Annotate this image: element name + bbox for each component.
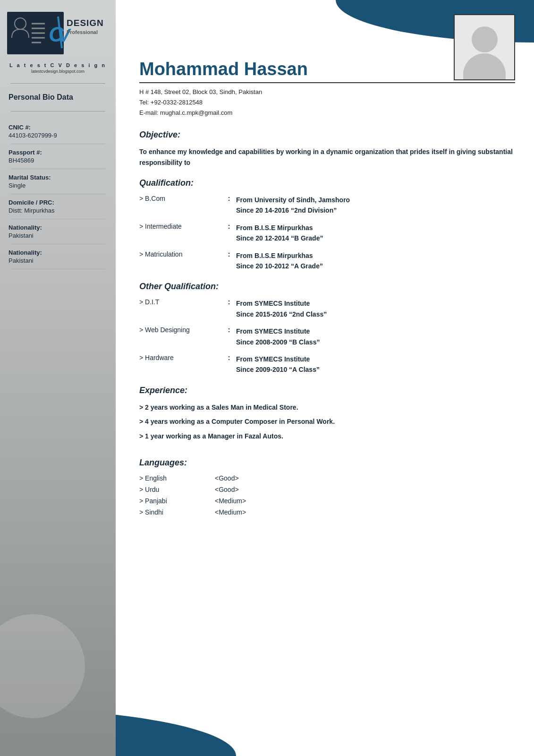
lang-row-sindhi: > Sindhi <Medium> — [139, 508, 515, 516]
qual-row-bcom: > B.Com : From University of Sindh, Jams… — [139, 195, 515, 216]
photo-box — [454, 14, 515, 80]
qual-colon-matriculation: : — [222, 250, 236, 272]
other-qual-detail-web: From SYMECS Institute Since 2008-2009 “B… — [236, 326, 515, 347]
sidebar-nationality2-value: Pakistani — [0, 257, 116, 267]
telephone: Tel: +92-0332-2812548 — [139, 97, 515, 108]
other-qual-detail-hardware: From SYMECS Institute Since 2009-2010 “A… — [236, 354, 515, 375]
sidebar-marital-label: Marital Status: — [0, 171, 116, 182]
lang-panjabi-level: <Medium> — [215, 497, 246, 505]
sidebar-cnic-label: CNIC #: — [0, 121, 116, 132]
sidebar-passport-value: BH45869 — [0, 157, 116, 167]
avatar-body — [463, 53, 506, 79]
sidebar-passport-label: Passport #: — [0, 146, 116, 157]
svg-text:DESIGN: DESIGN — [67, 18, 104, 28]
qualification-title: Qualification: — [139, 178, 515, 188]
logo-container: C V DESIGN Professional L a t e s t C V … — [7, 9, 109, 74]
other-qual-row-dit: > D.I.T : From SYMECS Institute Since 20… — [139, 298, 515, 319]
qual-degree-bcom: > B.Com — [139, 195, 222, 216]
lang-sindhi-name: > Sindhi — [139, 508, 186, 516]
experience-item-2: > 4 years working as a Computer Composer… — [139, 416, 515, 427]
other-qual-title: Other Qualification: — [139, 282, 515, 292]
sidebar-cnic-value: 44103-6207999-9 — [0, 132, 116, 142]
other-qual-colon-hardware: : — [222, 354, 236, 375]
objective-title: Objective: — [139, 130, 515, 140]
svg-text:V: V — [58, 26, 71, 45]
lang-english-level: <Good> — [215, 474, 239, 482]
main-content: Mohammad Hassan H # 148, Street 02, Bloc… — [116, 0, 534, 548]
lang-urdu-level: <Good> — [215, 486, 239, 493]
other-qual-colon-web: : — [222, 326, 236, 347]
other-qual-degree-dit: > D.I.T — [139, 298, 222, 319]
objective-text: To enhance my knowledge and capabilities… — [139, 146, 515, 168]
other-qual-detail-dit: From SYMECS Institute Since 2015-2016 “2… — [236, 298, 515, 319]
other-qual-degree-web: > Web Designing — [139, 326, 222, 347]
sidebar-bio-divider — [11, 111, 105, 112]
avatar-head — [472, 26, 498, 52]
email: E-mail: mughal.c.mpk@gmail.com — [139, 108, 515, 118]
lang-row-panjabi: > Panjabi <Medium> — [139, 497, 515, 505]
sidebar: C V DESIGN Professional L a t e s t C V … — [0, 0, 116, 756]
sidebar-decorative-circle — [0, 614, 85, 718]
svg-text:Professional: Professional — [67, 29, 98, 35]
divider-5 — [11, 244, 105, 244]
other-qual-row-web: > Web Designing : From SYMECS Institute … — [139, 326, 515, 347]
experience-item-3: > 1 year working as a Manager in Fazal A… — [139, 431, 515, 441]
other-qual-row-hardware: > Hardware : From SYMECS Institute Since… — [139, 354, 515, 375]
qual-degree-intermediate: > Intermediate — [139, 223, 222, 244]
divider-6 — [11, 269, 105, 269]
sidebar-top-divider — [11, 83, 105, 84]
contact-info: H # 148, Street 02, Block 03, Sindh, Pak… — [139, 87, 515, 118]
logo-svg: C V DESIGN Professional — [7, 9, 109, 57]
qual-detail-bcom: From University of Sindh, Jamshoro Since… — [236, 195, 515, 216]
qual-colon-bcom: : — [222, 195, 236, 216]
sidebar-nationality1-label: Nationality: — [0, 221, 116, 232]
sidebar-marital-value: Single — [0, 182, 116, 192]
experience-item-1: > 2 years working as a Sales Man in Medi… — [139, 402, 515, 412]
qual-detail-intermediate: From B.I.S.E Mirpurkhas Since 20 12-2014… — [236, 223, 515, 244]
divider-2 — [11, 169, 105, 169]
languages-table: > English <Good> > Urdu <Good> > Panjabi… — [139, 474, 515, 516]
personal-bio-title: Personal Bio Data — [0, 93, 116, 102]
divider-1 — [11, 144, 105, 144]
qual-detail-matriculation: From B.I.S.E Mirpurkhas Since 20 10-2012… — [236, 250, 515, 272]
qual-degree-matriculation: > Matriculation — [139, 250, 222, 272]
divider-4 — [11, 219, 105, 219]
address: H # 148, Street 02, Block 03, Sindh, Pak… — [139, 87, 515, 97]
sidebar-domicile-label: Domicile / PRC: — [0, 196, 116, 207]
tagline-line1: L a t e s t C V D e s i g n — [9, 62, 106, 68]
lang-sindhi-level: <Medium> — [215, 508, 246, 516]
qual-colon-intermediate: : — [222, 223, 236, 244]
divider-3 — [11, 194, 105, 194]
sidebar-tagline: L a t e s t C V D e s i g n latestcvdesi… — [9, 62, 106, 74]
lang-english-name: > English — [139, 474, 186, 482]
sidebar-nationality2-label: Nationality: — [0, 246, 116, 257]
other-qual-colon-dit: : — [222, 298, 236, 319]
qual-row-intermediate: > Intermediate : From B.I.S.E Mirpurkhas… — [139, 223, 515, 244]
other-qual-degree-hardware: > Hardware — [139, 354, 222, 375]
qual-row-matriculation: > Matriculation : From B.I.S.E Mirpurkha… — [139, 250, 515, 272]
sidebar-nationality1-value: Pakistani — [0, 232, 116, 242]
lang-panjabi-name: > Panjabi — [139, 497, 186, 505]
lang-row-english: > English <Good> — [139, 474, 515, 482]
lang-row-urdu: > Urdu <Good> — [139, 486, 515, 493]
sidebar-domicile-value: Distt: Mirpurkhas — [0, 207, 116, 217]
tagline-line2: latestcvdesign.blogspot.com — [9, 69, 106, 74]
languages-title: Languages: — [139, 458, 515, 468]
experience-title: Experience: — [139, 386, 515, 395]
lang-urdu-name: > Urdu — [139, 486, 186, 493]
